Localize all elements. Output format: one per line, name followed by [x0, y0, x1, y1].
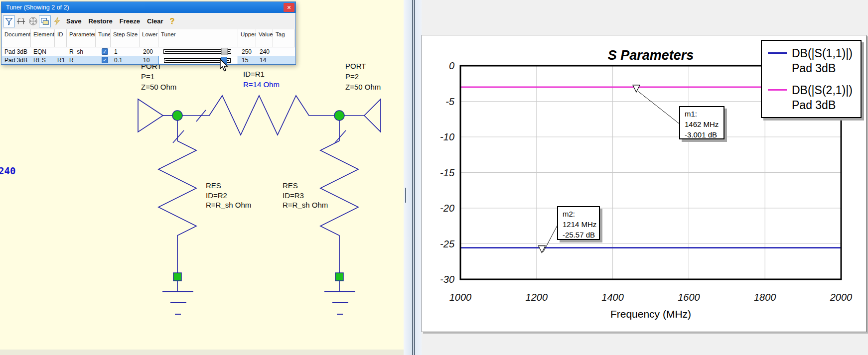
- tuner-row-rsh[interactable]: Pad 3dB EQN R_sh ✓ 1 200 250 240: [2, 47, 295, 56]
- mouse-cursor: [220, 59, 231, 75]
- col-tune[interactable]: Tune: [96, 29, 111, 47]
- r1-label: ID=R1R=14 Ohm: [243, 69, 280, 90]
- marker-triangle-m1[interactable]: [633, 85, 640, 92]
- col-id[interactable]: ID: [55, 29, 67, 47]
- x-tick-label: 1600: [678, 292, 700, 303]
- ground-node-r2[interactable]: [173, 273, 181, 281]
- legend-entry-s21: DB(|S(2,1)|)Pad 3dB: [768, 83, 861, 113]
- net-node-left[interactable]: [172, 111, 182, 120]
- col-parameter[interactable]: Parameter: [67, 29, 96, 47]
- col-step-size[interactable]: Step Size: [111, 29, 140, 47]
- freeze-button[interactable]: Freeze: [120, 17, 140, 25]
- clear-button[interactable]: Clear: [147, 17, 163, 25]
- slider-thumb-rsh[interactable]: [221, 48, 228, 55]
- col-tuner[interactable]: Tuner: [158, 29, 238, 47]
- marker-leader-m1: [638, 91, 680, 124]
- tune-checkbox-r1[interactable]: ✓: [102, 57, 108, 63]
- filter-icon[interactable]: [3, 15, 15, 27]
- y-tick-label: -20: [440, 203, 454, 214]
- splitter-grip[interactable]: [405, 188, 406, 203]
- move-icon[interactable]: [27, 15, 39, 27]
- s21-line-swatch: [768, 89, 787, 91]
- y-tick-label: 0: [449, 60, 454, 71]
- port1-symbol[interactable]: [138, 99, 172, 132]
- restore-button[interactable]: Restore: [88, 17, 112, 25]
- graph-legend: DB(|S(1,1)|)Pad 3dB DB(|S(2,1)|)Pad 3dB: [761, 40, 862, 118]
- x-tick-label: 1000: [449, 292, 472, 303]
- col-lower[interactable]: Lower: [140, 29, 158, 47]
- col-value[interactable]: Value: [256, 29, 273, 47]
- port1-label: PORTP=1Z=50 Ohm: [141, 61, 176, 92]
- y-tick-label: -10: [440, 131, 454, 142]
- x-axis-title: Frequency (MHz): [460, 308, 841, 320]
- tune-checkbox-rsh[interactable]: ✓: [102, 48, 108, 55]
- port2-symbol[interactable]: [344, 99, 381, 132]
- r2-label: RESID=R2R=R_sh Ohm: [206, 181, 251, 210]
- y-tick-label: -30: [440, 274, 454, 285]
- ground-node-r3[interactable]: [335, 273, 343, 281]
- col-element[interactable]: Element: [31, 29, 55, 47]
- tuner-table-header: Document Element ID Parameter Tune Step …: [2, 29, 295, 47]
- panel-splitter[interactable]: [404, 0, 422, 355]
- graph-panel-background: 0-5-10-15-20-25-301000120014001600180020…: [422, 0, 868, 355]
- schematic-horizontal-scrollbar[interactable]: [0, 350, 404, 355]
- r1-tuned-value: R=14 Ohm: [243, 80, 280, 89]
- variable-value-display: 240: [0, 165, 15, 176]
- resistor-r1[interactable]: [182, 96, 334, 135]
- tuner-toolbar: Save Restore Freeze Clear ?: [1, 13, 295, 29]
- s-parameters-graph-window[interactable]: 0-5-10-15-20-25-301000120014001600180020…: [422, 35, 867, 332]
- close-button[interactable]: ✕: [284, 3, 294, 12]
- y-tick-label: -5: [445, 96, 455, 107]
- x-tick-label: 1200: [526, 292, 548, 303]
- y-tick-label: -25: [440, 238, 455, 249]
- marker-m2-callout[interactable]: m2: 1214 MHz -25.57 dB: [557, 206, 600, 240]
- lightning-icon[interactable]: [51, 15, 63, 27]
- marker-m1-callout[interactable]: m1: 1462 MHz -3.001 dB: [679, 106, 724, 139]
- col-document[interactable]: Document: [2, 29, 31, 47]
- help-icon[interactable]: ?: [170, 17, 175, 26]
- marker-triangle-m2[interactable]: [538, 246, 545, 253]
- r3-label: RESID=R3R=R_sh Ohm: [283, 181, 328, 210]
- microwave-office-workspace: PORTP=1Z=50 Ohm PORTP=2Z=50 Ohm ID=R1R=1…: [0, 0, 868, 355]
- tuner-dialog[interactable]: Tuner (Showing 2 of 2) ✕ Save Restore Fr…: [1, 1, 296, 65]
- port2-label: PORTP=2Z=50 Ohm: [345, 61, 381, 92]
- tuner-table: Document Element ID Parameter Tune Step …: [2, 29, 295, 64]
- tuner-title-bar[interactable]: Tuner (Showing 2 of 2) ✕: [1, 2, 295, 13]
- col-upper[interactable]: Upper: [238, 29, 256, 47]
- resistor-r3[interactable]: [320, 120, 358, 314]
- tuner-slider-rsh[interactable]: [158, 47, 238, 56]
- tuner-row-r1[interactable]: Pad 3dB RES R1 R ✓ 0.1 10 15 14: [2, 56, 295, 64]
- col-tag[interactable]: Tag: [273, 29, 295, 47]
- x-tick-label: 1800: [754, 292, 776, 303]
- net-node-right[interactable]: [334, 111, 344, 120]
- s11-line-swatch: [768, 52, 787, 54]
- y-tick-label: -15: [440, 167, 455, 178]
- splitter-bar[interactable]: [412, 0, 415, 355]
- x-tick-label: 2000: [830, 292, 853, 303]
- legend-entry-s11: DB(|S(1,1)|)Pad 3dB: [768, 46, 861, 76]
- tuner-title-text: Tuner (Showing 2 of 2): [6, 4, 69, 11]
- tune-range-icon[interactable]: [15, 15, 27, 27]
- x-tick-label: 1400: [601, 292, 624, 303]
- show-tags-icon[interactable]: [39, 15, 51, 27]
- resistor-r2[interactable]: [158, 120, 196, 314]
- tune-tick-r3: [335, 130, 346, 143]
- save-button[interactable]: Save: [66, 17, 81, 25]
